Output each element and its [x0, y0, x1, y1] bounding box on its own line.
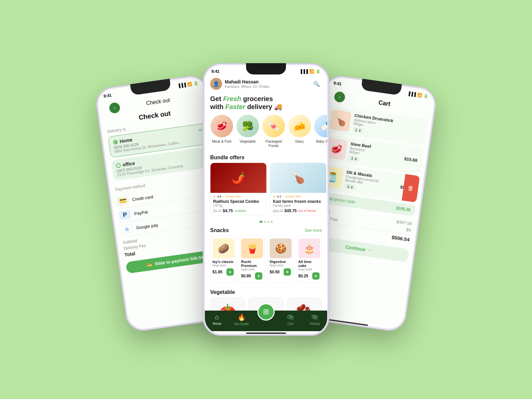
promo-value: $105.26 [396, 206, 411, 212]
scanner-button[interactable]: ⊞ [257, 303, 275, 321]
bundle-img-frozen: 🍗 [270, 163, 326, 193]
qty-oil[interactable]: 1 ∨ [344, 183, 356, 191]
veg-tomato[interactable]: 🍅 [210, 297, 245, 311]
dot-3 [267, 221, 269, 223]
product-sub-ruchi: large pack [241, 268, 262, 271]
veg-beans[interactable]: 🫘 [287, 297, 322, 311]
product-alltimecake[interactable]: 🎂 All time cake large pack $0.25 + [296, 235, 322, 283]
category-img-dairy: 🧀 [288, 115, 311, 137]
qty-chicken[interactable]: 1 ∨ [352, 127, 364, 134]
bundle-img-spices: 🌶️ [210, 163, 266, 193]
snacks-row: 🥔 lay's classic large pack $1.85 + 🍟 Ruc… [205, 235, 327, 287]
category-baby[interactable]: 🍼 Baby Sup... [314, 115, 327, 148]
bundle-badge-kazi: ★ 4.2 • Limited offer [273, 195, 324, 198]
product-img-ruchi: 🍟 [241, 238, 263, 258]
nav-history[interactable]: 🛍 History [303, 313, 327, 326]
phone-notch-center [246, 63, 286, 74]
product-price-row-ruchi: $0.85 + [241, 272, 262, 280]
bundle-carousel: 🌶️ ★ 4.8 • Limited offer Radhuni Special… [205, 163, 327, 219]
product-img-digestive: 🍪 [270, 238, 292, 258]
back-button-right[interactable]: ‹ [333, 91, 345, 103]
bundle-section-header: Bundle offers [205, 152, 327, 163]
home-indicator-center [246, 332, 286, 334]
hero-text: Get Fresh groceries with Faster delivery… [205, 92, 327, 115]
add-digestive-button[interactable]: + [284, 268, 291, 276]
user-address: Kazipara, Mirpur 10, Dhaka [225, 84, 269, 88]
hero-line2: with Faster delivery 🚚 [210, 103, 322, 111]
category-label-packaged: Packaged Foods [262, 139, 285, 148]
time-right: 9:41 [333, 81, 342, 86]
category-dairy[interactable]: 🧀 Dairy [288, 115, 311, 148]
cart-price-beef: $15.68 [404, 156, 418, 163]
bundle-sub-radhuni: 1370g [213, 204, 264, 207]
category-meat-fish[interactable]: 🥩 Meat & Fish [210, 115, 233, 148]
product-sub-cake: large pack [298, 268, 320, 271]
back-button-left[interactable]: ‹ [109, 102, 121, 114]
veg-img-beans: 🫘 [287, 298, 322, 311]
product-name-lays: lay's classic [212, 260, 234, 264]
cart-info-beef: Stew Beef Boneless 600gm 1 ∨ [348, 141, 402, 168]
product-name-digestive: Digestive [270, 260, 291, 264]
home-icon: ⌂ [215, 313, 219, 321]
product-lays[interactable]: 🥔 lay's classic large pack $1.85 + [210, 235, 236, 283]
category-label-meat: Meat & Fish [212, 139, 232, 144]
bundle-price-radhuni: $3.75 $4.75 Available [213, 208, 264, 213]
category-label-dairy: Dairy [295, 139, 304, 144]
product-digestive[interactable]: 🍪 Digestive large pack $0.50 + [267, 235, 293, 283]
history-icon: 🛍 [312, 313, 318, 321]
app-content-center: 👤 Mahadi Hassan Kazipara, Mirpur 10, Dha… [205, 75, 327, 311]
app-header: 👤 Mahadi Hassan Kazipara, Mirpur 10, Dha… [205, 75, 327, 92]
product-img-lays: 🥔 [212, 238, 234, 258]
googlepay-icon: G [120, 224, 133, 234]
nav-hotdeals[interactable]: 🔥 Hot Deals [229, 313, 254, 326]
dot-4 [271, 221, 273, 223]
bundle-name-radhuni: Radhuni Special Combo [213, 199, 264, 204]
add-cake-button[interactable]: + [312, 272, 320, 280]
radio-office [116, 163, 121, 168]
veg-img-tomato: 🍅 [210, 298, 245, 311]
snacks-title: Snacks [210, 227, 229, 233]
edit-icon-home[interactable]: ✏ [198, 127, 203, 133]
product-sub-lays: large pack [212, 264, 234, 267]
promo-label: Add promo code [326, 196, 355, 204]
fire-icon: 🔥 [237, 313, 246, 321]
paypal-icon: P [118, 210, 131, 220]
nav-home[interactable]: ⌂ Home [205, 313, 229, 326]
category-img-veg: 🥦 [236, 115, 259, 137]
time-left: 9:41 [103, 93, 112, 99]
product-name-cake: All time cake [298, 260, 320, 268]
category-packaged[interactable]: 🍬 Packaged Foods [262, 115, 285, 148]
add-ruchi-button[interactable]: + [255, 272, 262, 280]
cart-icon: 🛍 [287, 313, 294, 321]
cart-img-chicken: 🍗 [329, 109, 352, 132]
product-ruchi[interactable]: 🍟 Ruchi Premium large pack $0.85 + [239, 235, 265, 283]
product-name-ruchi: Ruchi Premium [241, 260, 262, 268]
bundle-card-kazi[interactable]: 🍗 ★ 4.2 • Limited offer Kazi farms froze… [270, 163, 327, 215]
veg-section-header: Vegetable [205, 287, 327, 297]
time-center: 9:41 [211, 69, 219, 74]
product-price-row-lays: $1.85 + [212, 268, 234, 276]
search-button[interactable]: 🔍 [311, 78, 322, 89]
category-img-baby: 🍼 [314, 115, 327, 137]
carousel-dots [205, 219, 327, 225]
category-img-packaged: 🍬 [262, 115, 285, 137]
see-more-button[interactable]: See more [305, 228, 322, 233]
category-img-meat: 🥩 [210, 115, 233, 137]
qty-beef[interactable]: 1 ∨ [348, 155, 360, 162]
category-label-baby: Baby Sup... [316, 139, 327, 144]
cart-info-chicken: Chicken Drumstick Without skins 800gm 1 … [352, 113, 423, 142]
add-lays-button[interactable]: + [226, 268, 234, 276]
bundle-card-radhuni[interactable]: 🌶️ ★ 4.8 • Limited offer Radhuni Special… [210, 163, 267, 215]
bundle-sub-kazi: Family pack [273, 204, 324, 207]
avatar: 👤 [210, 78, 222, 90]
product-price-row-cake: $0.25 + [298, 272, 320, 280]
category-vegetable[interactable]: 🥦 Vegetable [236, 115, 259, 148]
product-price-row-digestive: $0.50 + [270, 268, 291, 276]
product-img-cake: 🎂 [298, 238, 320, 258]
bundle-title: Bundle offers [210, 155, 244, 161]
categories-row: 🥩 Meat & Fish 🥦 Vegetable 🍬 Packaged Foo… [205, 115, 327, 152]
nav-cart[interactable]: 🛍 Cart [278, 313, 303, 326]
user-details: Mahadi Hassan Kazipara, Mirpur 10, Dhaka [225, 79, 269, 88]
bundle-info-radhuni: ★ 4.8 • Limited offer Radhuni Special Co… [210, 193, 266, 215]
bundle-name-kazi: Kazi farms frozen snacks [273, 199, 324, 204]
